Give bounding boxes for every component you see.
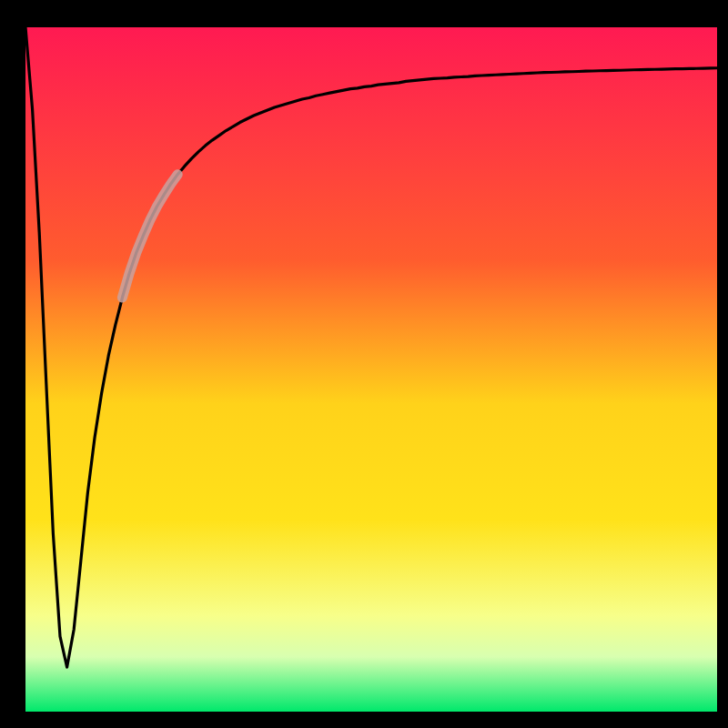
frame-bottom [0,712,728,728]
frame-right [717,0,728,728]
bottleneck-chart [0,0,728,728]
frame-left [0,0,25,728]
frame-top [0,0,728,27]
chart-frame: TheBottleneck.com [0,0,728,728]
plot-background [25,27,717,712]
